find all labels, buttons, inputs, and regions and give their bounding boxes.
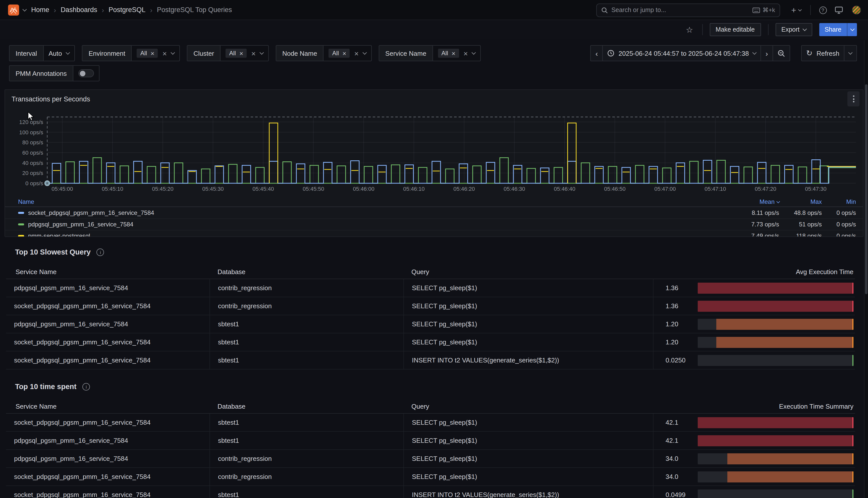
search-placeholder: Search or jump to... <box>611 6 752 14</box>
cell-query: SELECT pg_sleep($1) <box>403 450 653 467</box>
plus-icon: + <box>791 6 796 14</box>
value-gauge <box>698 417 853 428</box>
svg-text:05:46:40: 05:46:40 <box>554 186 575 192</box>
interval-select[interactable]: Interval Auto <box>9 45 75 61</box>
search-shortcut: ⌘+k <box>752 6 775 14</box>
remove-chip-icon[interactable]: × <box>239 50 243 56</box>
panel-menu-button[interactable] <box>847 91 859 106</box>
page-scrollbar-thumb[interactable] <box>865 84 868 294</box>
kiosk-mode-button[interactable] <box>832 3 846 17</box>
clear-filter-icon[interactable]: × <box>163 50 167 57</box>
panel-transactions-per-seconds: Transactions per Seconds 0 ops/s20 ops/s… <box>4 89 864 237</box>
series-name[interactable]: socket_pdpgsql_pgsm_pmm_16_service_7584 <box>28 209 154 217</box>
pmm-annotations-control: PMM Annotations <box>9 65 100 81</box>
series-min: 0 ops/s <box>822 233 856 237</box>
filter-chip[interactable]: All× <box>438 49 459 58</box>
breadcrumb: Home › Dashboards › PostgreSQL › Postgre… <box>31 6 232 14</box>
user-avatar[interactable] <box>852 5 861 15</box>
share-button[interactable]: Share <box>819 23 847 36</box>
cell-query: INSERT INTO t2 VALUES(generate_series($1… <box>403 351 653 369</box>
time-range-text: 2025-06-24 05:44:57 to 2025-06-24 05:47:… <box>619 50 749 57</box>
value-gauge <box>698 318 853 330</box>
series-name[interactable]: pdpgsql_pgsm_pmm_16_service_7584 <box>28 221 133 228</box>
cell-service-name: socket_pdpgsql_pgsm_pmm_16_service_7584 <box>6 486 209 498</box>
table-row: socket_pdpgsql_pgsm_pmm_16_service_7584s… <box>6 486 855 498</box>
make-editable-button[interactable]: Make editable <box>710 23 761 36</box>
refresh-button[interactable]: ↻ Refresh <box>802 46 844 61</box>
cell-database: contrib_regression <box>209 297 403 315</box>
value-number: 0.0250 <box>665 356 698 364</box>
star-button[interactable]: ☆ <box>684 25 695 35</box>
info-icon[interactable]: i <box>97 248 104 256</box>
time-range-button[interactable]: 2025-06-24 05:44:57 to 2025-06-24 05:47:… <box>603 46 761 61</box>
col-service-name[interactable]: Service Name <box>6 403 209 410</box>
chevron-down-icon[interactable] <box>23 7 27 11</box>
node-name-filter[interactable]: Node Name All× × <box>276 45 372 61</box>
page-scrollbar-track[interactable] <box>864 40 868 498</box>
table-row: pdpgsql_pgsm_pmm_16_service_7584sbtest1S… <box>6 315 855 333</box>
service-name-filter[interactable]: Service Name All× × <box>379 45 481 61</box>
col-service-name[interactable]: Service Name <box>6 268 209 276</box>
zoom-out-button[interactable] <box>773 46 790 61</box>
remove-chip-icon[interactable]: × <box>151 50 154 56</box>
chevron-down-icon <box>802 27 807 31</box>
panel-title[interactable]: Transactions per Seconds <box>12 95 90 103</box>
series-name[interactable]: pmm-server-postgresql <box>28 233 90 237</box>
search-input[interactable]: Search or jump to... ⌘+k <box>596 3 780 17</box>
tps-chart[interactable]: 0 ops/s20 ops/s40 ops/s60 ops/s80 ops/s1… <box>5 107 864 196</box>
add-button[interactable]: + <box>788 3 804 17</box>
table-row: socket_pdpgsql_pgsm_pmm_16_service_7584s… <box>6 333 855 351</box>
clear-filter-icon[interactable]: × <box>251 50 256 57</box>
breadcrumb-separator: › <box>150 6 152 14</box>
cell-database: contrib_regression <box>209 468 403 485</box>
share-menu-button[interactable] <box>847 23 857 36</box>
col-database[interactable]: Database <box>209 268 403 276</box>
svg-text:05:45:20: 05:45:20 <box>152 186 173 192</box>
environment-filter[interactable]: Environment All× × <box>82 45 180 61</box>
breadcrumb-postgresql[interactable]: PostgreSQL <box>108 6 145 14</box>
keyboard-icon <box>752 7 760 13</box>
time-shift-forward-button[interactable]: › <box>761 46 773 61</box>
filter-chip[interactable]: All× <box>137 49 158 58</box>
cell-service-name: socket_pdpgsql_pgsm_pmm_16_service_7584 <box>6 468 209 485</box>
legend-row[interactable]: pmm-server-postgresql7.49 ops/s118 ops/s… <box>5 230 863 237</box>
section-title-time-spent[interactable]: Top 10 time spent i <box>15 382 90 391</box>
col-avg-execution-time[interactable]: Avg Execution Time <box>653 268 855 276</box>
remove-chip-icon[interactable]: × <box>342 50 346 56</box>
cluster-filter[interactable]: Cluster All× × <box>187 45 269 61</box>
clear-filter-icon[interactable]: × <box>463 50 468 57</box>
legend-max-header[interactable]: Max <box>779 198 822 205</box>
table-header: Service Name Database Query Avg Executio… <box>6 265 855 279</box>
time-shift-back-button[interactable]: ‹ <box>591 46 603 61</box>
clear-filter-icon[interactable]: × <box>354 50 359 57</box>
export-button[interactable]: Export <box>775 23 812 36</box>
breadcrumb-home[interactable]: Home <box>31 6 49 14</box>
series-max: 118 ops/s <box>779 233 822 237</box>
pmm-logo[interactable] <box>8 4 19 15</box>
cell-value: 34.0 <box>653 450 855 467</box>
legend-row[interactable]: socket_pdpgsql_pgsm_pmm_16_service_75848… <box>5 207 863 218</box>
legend-mean-header[interactable]: Mean <box>726 198 779 205</box>
value-gauge <box>698 355 853 366</box>
breadcrumb-dashboards[interactable]: Dashboards <box>61 6 97 14</box>
section-title-slowest-query[interactable]: Top 10 Slowest Query i <box>15 248 104 256</box>
legend-name-header[interactable]: Name <box>18 198 34 205</box>
legend-row[interactable]: pdpgsql_pgsm_pmm_16_service_75847.73 ops… <box>5 218 863 230</box>
svg-text:05:46:20: 05:46:20 <box>453 186 475 192</box>
col-database[interactable]: Database <box>209 403 403 410</box>
filter-chip[interactable]: All× <box>329 49 350 58</box>
info-icon[interactable]: i <box>82 383 90 390</box>
remove-chip-icon[interactable]: × <box>452 50 455 56</box>
col-query[interactable]: Query <box>403 268 653 276</box>
help-button[interactable]: ? <box>817 3 829 17</box>
cell-query: SELECT pg_sleep($1) <box>403 297 653 315</box>
col-execution-time-summary[interactable]: Execution Time Summary <box>653 403 855 410</box>
filter-chip[interactable]: All× <box>226 49 247 58</box>
legend-min-header[interactable]: Min <box>822 198 856 205</box>
pmm-annotations-toggle[interactable] <box>78 69 94 77</box>
cell-value: 42.1 <box>653 432 855 449</box>
col-query[interactable]: Query <box>403 403 653 410</box>
legend-header: Name Mean Max Min <box>5 197 863 207</box>
refresh-interval-button[interactable] <box>844 46 856 61</box>
interval-label: Interval <box>10 46 43 61</box>
